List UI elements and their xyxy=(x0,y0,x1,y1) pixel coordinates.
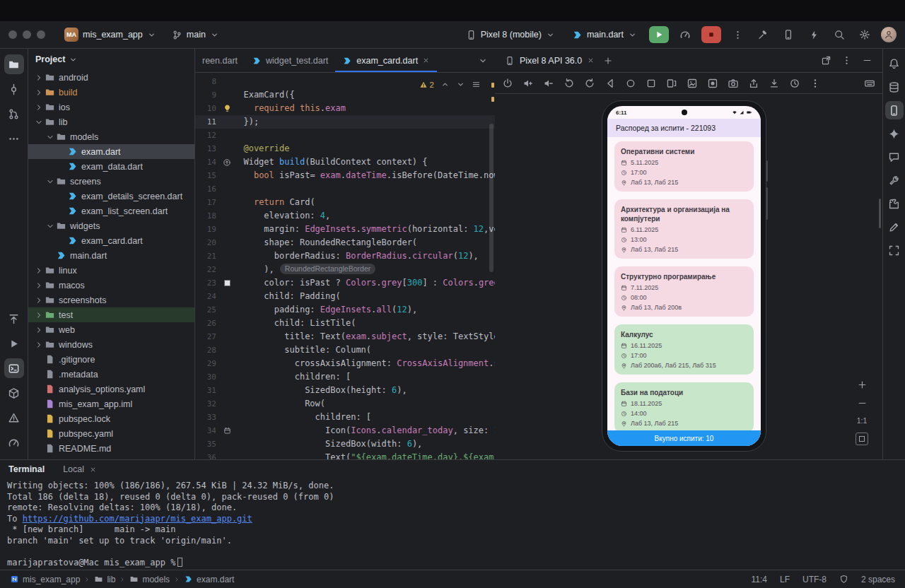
hide-panel-button[interactable] xyxy=(862,55,872,66)
zoom-out-button[interactable] xyxy=(857,398,868,408)
open-in-window-button[interactable] xyxy=(821,55,831,66)
tree-item-exam_card.dart[interactable]: exam_card.dart xyxy=(28,233,194,248)
code-line-20[interactable]: 20 shape: RoundedRectangleBorder( xyxy=(195,236,495,249)
code-line-13[interactable]: 13 @override xyxy=(195,142,495,155)
editor-tab-widget_test.dart[interactable]: widget_test.dart xyxy=(245,49,335,72)
editor-scrollbar[interactable] xyxy=(489,124,494,272)
caret-position[interactable]: 11:4 xyxy=(751,575,766,584)
indent-style[interactable]: 2 spaces xyxy=(861,575,895,584)
gemini-tool-button[interactable] xyxy=(885,124,904,143)
sdk-manager-button[interactable] xyxy=(754,25,772,44)
zoom-reset-button[interactable]: 1:1 xyxy=(857,416,868,425)
vcs-update-tool-button[interactable] xyxy=(4,309,24,329)
window-zoom-button[interactable] xyxy=(37,30,45,39)
code-line-11[interactable]: 11 }); xyxy=(195,115,495,129)
search-everywhere-button[interactable] xyxy=(830,25,848,44)
tree-item-ios[interactable]: ios xyxy=(28,100,194,114)
project-panel-header[interactable]: Project xyxy=(28,49,194,70)
hot-reload-button[interactable] xyxy=(805,25,823,44)
exam-list[interactable]: Оперативни системи5.11.202517:00Лаб 13, … xyxy=(607,137,761,433)
screen-record-button[interactable] xyxy=(707,78,718,89)
nav-home-button[interactable] xyxy=(625,78,636,89)
project-tool-button[interactable] xyxy=(4,54,24,74)
code-line-17[interactable]: 17 return Card( xyxy=(195,196,495,209)
next-problem-button[interactable] xyxy=(456,80,465,89)
panel-options-button[interactable] xyxy=(841,55,852,66)
tree-item-macos[interactable]: macos xyxy=(28,278,194,293)
tree-item-build[interactable]: build xyxy=(28,85,194,100)
stop-button[interactable] xyxy=(701,26,721,43)
nav-overview-button[interactable] xyxy=(646,78,657,89)
run-button[interactable] xyxy=(649,26,669,43)
code-line-14[interactable]: 14 Widget build(BuildContext context) { xyxy=(195,155,495,169)
tree-item-analysis_options.yaml[interactable]: analysis_options.yaml xyxy=(28,382,194,396)
editor-tab-reen.dart[interactable]: reen.dart xyxy=(195,49,245,72)
screenshot-button[interactable] xyxy=(687,78,698,89)
exam-card[interactable]: Структурно програмирање7.11.202508:00Лаб… xyxy=(614,266,754,317)
nav-back-button[interactable] xyxy=(605,78,616,89)
account-avatar[interactable] xyxy=(881,27,897,42)
exam-card[interactable]: Калкулус16.11.202517:00Лаб 200а6, Лаб 21… xyxy=(614,324,754,375)
problems-tool-button[interactable] xyxy=(4,408,24,428)
fold-button[interactable] xyxy=(666,78,677,89)
breadcrumb-item-mis_exam_app[interactable]: mis_exam_app xyxy=(10,575,80,584)
app-inspection-tool-button[interactable] xyxy=(885,218,904,236)
tree-item-.metadata[interactable]: .metadata xyxy=(28,367,194,382)
layout-inspector-tool-button[interactable] xyxy=(885,241,904,259)
tree-item-main.dart[interactable]: main.dart xyxy=(28,248,194,263)
commit-tool-button[interactable] xyxy=(4,79,24,99)
add-device-tab-button[interactable] xyxy=(599,52,617,70)
device-manager-button[interactable] xyxy=(779,25,798,44)
exam-card[interactable]: Архитектура и организација на компјутери… xyxy=(614,199,754,259)
code-line-35[interactable]: 35 SizedBox(width: 6), xyxy=(195,437,495,451)
code-line-36[interactable]: 36 Text("${exam.dateTime.day}.${exam.mon xyxy=(195,451,495,459)
rotate-left-button[interactable] xyxy=(564,78,575,89)
tree-item-exam.dart[interactable]: exam.dart xyxy=(28,144,194,159)
readonly-indicator[interactable] xyxy=(839,575,848,584)
profiler-tool-button[interactable] xyxy=(4,433,24,452)
hidden-tabs-button[interactable] xyxy=(471,49,495,72)
tree-item-models[interactable]: models xyxy=(28,129,194,144)
code-line-22[interactable]: 22 ),RoundedRectangleBorder xyxy=(195,263,495,276)
code-line-28[interactable]: 28 subtitle: Column( xyxy=(195,343,495,357)
tree-item-exam_data.dart[interactable]: exam_data.dart xyxy=(28,159,194,174)
editor-tab-exam_card.dart[interactable]: exam_card.dart xyxy=(335,49,437,72)
build-tools-tool-button[interactable] xyxy=(885,171,904,189)
tree-item-mis_exam_app.iml[interactable]: mis_exam_app.iml xyxy=(28,396,194,411)
settings-button[interactable] xyxy=(856,25,874,44)
prev-problem-button[interactable] xyxy=(440,80,450,89)
terminal-tool-button[interactable] xyxy=(4,358,24,378)
code-editor[interactable]: 89 ExamCard({10 required this.exam11 });… xyxy=(195,73,495,459)
tree-item-windows[interactable]: windows xyxy=(28,337,194,352)
volume-down-button[interactable] xyxy=(543,78,554,89)
code-line-26[interactable]: 26 child: ListTile( xyxy=(195,317,495,330)
running-devices-tool-button[interactable] xyxy=(885,101,904,119)
terminal-title[interactable]: Terminal xyxy=(8,464,45,474)
more-vertical-button[interactable] xyxy=(810,78,821,89)
code-line-32[interactable]: 32 Row( xyxy=(195,397,495,411)
more-tool-windows-tool-button[interactable] xyxy=(4,129,24,148)
code-line-25[interactable]: 25 padding: EdgeInsets.all(12), xyxy=(195,303,495,317)
device-tab[interactable]: Pixel 8 API 36.0 xyxy=(501,56,599,66)
warnings-summary[interactable]: 2 xyxy=(419,81,434,89)
tree-item-pubspec.yaml[interactable]: pubspec.yaml xyxy=(28,426,194,441)
close-icon[interactable] xyxy=(89,466,97,474)
terminal-tab-local[interactable]: Local xyxy=(63,464,97,474)
breadcrumb-item-lib[interactable]: lib xyxy=(94,575,115,584)
tree-item-exam_details_screen.dart[interactable]: exam_details_screen.dart xyxy=(28,189,194,204)
code-line-31[interactable]: 31 SizedBox(height: 6), xyxy=(195,384,495,397)
window-minimize-button[interactable] xyxy=(23,30,31,39)
code-line-16[interactable]: 16 xyxy=(195,182,495,196)
keyboard-button[interactable] xyxy=(864,78,875,89)
device-selector[interactable]: Pixel 8 (mobile) xyxy=(461,28,560,42)
project-widget[interactable]: MA mis_exam_app xyxy=(59,25,161,44)
services-tool-button[interactable] xyxy=(4,383,24,403)
reset-button[interactable] xyxy=(789,78,800,89)
code-line-21[interactable]: 21 borderRadius: BorderRadius.circular(1… xyxy=(195,249,495,263)
tree-item-widgets[interactable]: widgets xyxy=(28,218,194,233)
code-line-29[interactable]: 29 crossAxisAlignment: CrossAxisAlignmen… xyxy=(195,357,495,370)
branch-widget[interactable]: main xyxy=(167,28,224,42)
code-line-18[interactable]: 18 elevation: 4, xyxy=(195,209,495,223)
tree-item-android[interactable]: android xyxy=(28,70,194,85)
camera-button[interactable] xyxy=(728,78,739,89)
